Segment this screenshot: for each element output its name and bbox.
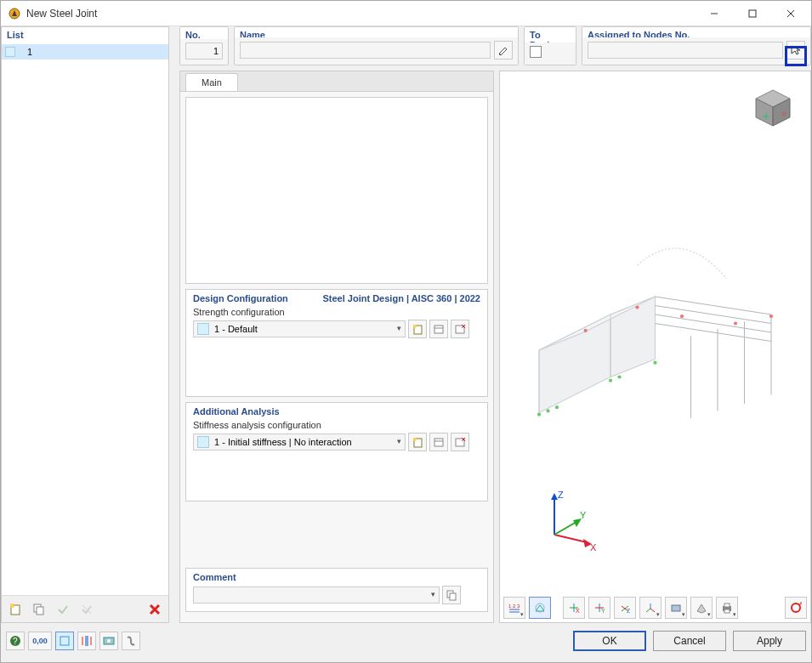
color-settings-button[interactable] (55, 632, 74, 650)
svg-rect-8 (37, 607, 43, 615)
new-item-button[interactable] (5, 599, 26, 620)
svg-point-23 (413, 438, 417, 441)
svg-line-65 (554, 535, 587, 542)
svg-text:?: ? (13, 637, 18, 646)
svg-point-16 (413, 325, 417, 328)
svg-marker-63 (551, 493, 558, 500)
svg-point-61 (769, 314, 773, 318)
comment-header: Comment (193, 572, 236, 582)
close-button[interactable] (771, 2, 809, 26)
list-body: 1 (2, 44, 168, 593)
tab-main[interactable]: Main (185, 73, 238, 91)
name-input[interactable] (240, 42, 491, 59)
svg-rect-91 (724, 604, 730, 607)
design-config-standard: Steel Joint Design | AISC 360 | 2022 (323, 293, 481, 303)
svg-text:Z: Z (558, 490, 564, 500)
ok-button[interactable]: OK (573, 631, 646, 651)
edit-stiffness-config-button[interactable] (429, 433, 448, 451)
display-mode-button[interactable]: ▾ (665, 597, 687, 619)
svg-text:Y: Y (580, 510, 587, 520)
copy-item-button[interactable] (29, 599, 49, 620)
edit-strength-config-button[interactable] (429, 320, 448, 338)
to-design-checkbox[interactable] (530, 46, 542, 58)
svg-rect-2 (749, 10, 756, 17)
window-title: New Steel Joint (26, 8, 695, 20)
comment-select[interactable]: ▾ (193, 586, 440, 604)
pick-nodes-button[interactable] (786, 41, 805, 60)
delete-strength-config-button[interactable] (451, 320, 469, 338)
svg-point-12 (499, 54, 501, 55)
svg-line-46 (656, 324, 772, 342)
svg-rect-96 (60, 637, 69, 645)
svg-point-56 (653, 361, 656, 365)
edit-name-button[interactable] (494, 41, 513, 60)
new-strength-config-button[interactable] (408, 320, 427, 338)
numbering-button[interactable]: 1 2 3 ▾ (503, 597, 525, 619)
cancel-button[interactable]: Cancel (653, 631, 726, 651)
apply-button[interactable]: Apply (733, 631, 806, 651)
comment-library-button[interactable] (442, 586, 461, 604)
no-input[interactable] (185, 42, 223, 60)
svg-rect-97 (85, 636, 88, 646)
svg-point-60 (734, 321, 737, 325)
joint-canvas (185, 97, 488, 284)
assigned-input[interactable] (588, 42, 783, 59)
maximize-button[interactable] (733, 2, 771, 26)
list-panel: List 1 (1, 26, 169, 623)
svg-line-87 (650, 609, 655, 612)
check-apply-button[interactable] (53, 599, 73, 620)
new-stiffness-config-button[interactable] (408, 433, 427, 451)
view-y-button[interactable]: Y (588, 597, 610, 619)
svg-marker-89 (697, 604, 706, 613)
minimize-button[interactable] (695, 2, 733, 26)
render-mode-button[interactable]: ▾ (690, 597, 713, 619)
script-button[interactable] (122, 632, 140, 650)
show-model-button[interactable] (529, 597, 551, 619)
svg-point-55 (617, 375, 621, 378)
color-swatch-icon (197, 436, 209, 448)
color-swatch-icon (5, 47, 15, 57)
additional-analysis-panel: Additional Analysis Stiffness analysis c… (185, 402, 488, 502)
view-x-button[interactable]: X (563, 597, 585, 619)
footer-bar: ? 0,00 OK Cancel Apply (6, 628, 806, 654)
preview-toolbar: 1 2 3 ▾ X Y (503, 593, 807, 619)
svg-line-86 (646, 609, 650, 612)
app-icon (8, 7, 21, 20)
chevron-down-icon: ▾ (397, 437, 401, 445)
uncheck-apply-button[interactable] (77, 599, 97, 620)
stiffness-config-label: Stiffness analysis configuration (193, 420, 480, 430)
svg-point-52 (546, 409, 549, 412)
strength-config-select[interactable]: 1 - Default ▾ (193, 320, 406, 337)
svg-point-57 (584, 329, 588, 332)
comment-panel: Comment ▾ (185, 568, 488, 612)
design-config-panel: Design Configuration Steel Joint Design … (185, 289, 488, 397)
delete-stiffness-config-button[interactable] (451, 433, 469, 451)
svg-marker-37 (539, 314, 610, 413)
assigned-panel: Assigned to Nodes No. (582, 26, 811, 65)
svg-text:Z: Z (627, 608, 631, 614)
print-button[interactable]: ▾ (716, 597, 738, 619)
svg-text:Y: Y (601, 608, 605, 614)
list-item-label: 1 (27, 47, 32, 57)
units-button[interactable]: 0,00 (28, 632, 52, 650)
svg-point-51 (537, 413, 541, 416)
view-settings-button[interactable] (99, 632, 118, 650)
reset-view-button[interactable] (785, 597, 807, 619)
help-button[interactable]: ? (6, 632, 25, 650)
preview-canvas[interactable]: Z X Y (503, 75, 807, 590)
member-settings-button[interactable] (77, 632, 96, 650)
nav-cube-icon[interactable] (747, 83, 798, 134)
delete-button[interactable] (145, 599, 165, 620)
svg-marker-38 (610, 297, 656, 377)
svg-text:1 2 3: 1 2 3 (508, 604, 520, 609)
list-item[interactable]: 1 (2, 44, 168, 60)
isometric-view-button[interactable]: ▾ (639, 597, 662, 619)
design-config-header: Design Configuration (193, 293, 288, 303)
view-z-button[interactable]: Z (614, 597, 636, 619)
svg-line-68 (554, 522, 576, 535)
svg-point-53 (555, 405, 559, 409)
chevron-down-icon: ▾ (431, 590, 435, 598)
titlebar: New Steel Joint (1, 1, 811, 26)
svg-rect-17 (434, 326, 443, 333)
stiffness-config-select[interactable]: 1 - Initial stiffness | No interaction ▾ (193, 434, 406, 450)
